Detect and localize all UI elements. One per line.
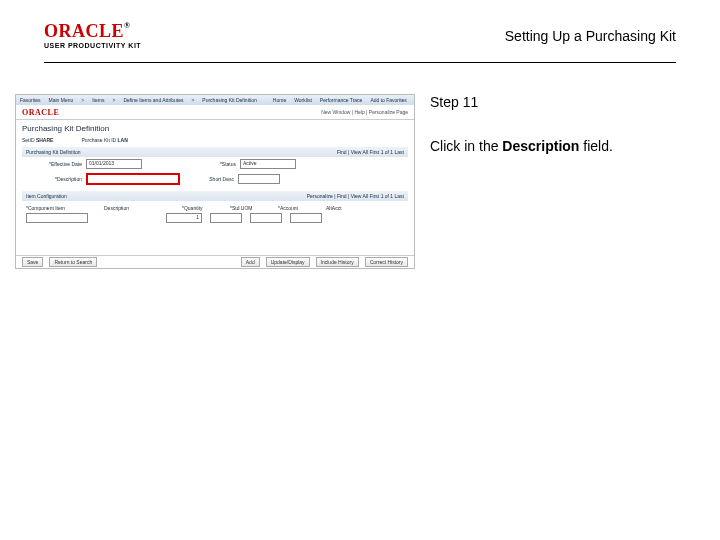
label-kitid: Purchase Kit ID [81, 137, 116, 143]
grid-header-1: Purchasing Kit Definition Find | View Al… [22, 147, 408, 157]
row-description: *Description Short Desc [16, 171, 414, 187]
trademark: ® [124, 21, 130, 30]
input-shortdesc[interactable] [238, 174, 280, 184]
col-acct: *Account [274, 203, 322, 213]
col-desc: Description [100, 203, 178, 213]
grid-header-2: Item Configuration Personalize | Find | … [22, 191, 408, 201]
input-uom[interactable] [210, 213, 242, 223]
logo-brand-text: ORACLE [44, 21, 124, 41]
footer-buttons: Save Return to Search Add Update/Display… [16, 255, 414, 268]
oracle-bar-brand: ORACLE [22, 108, 59, 117]
col-uom: *Std UOM [226, 203, 274, 213]
update-button[interactable]: Update/Display [266, 257, 310, 267]
nav-home[interactable]: Home [273, 97, 286, 103]
page-title: Setting Up a Purchasing Kit [505, 22, 676, 44]
header: ORACLE® USER PRODUCTIVITY KIT Setting Up… [44, 22, 676, 63]
instruction-text: Click in the Description field. [430, 138, 676, 154]
app-screenshot: Favorites Main Menu > Items > Define Ite… [15, 94, 415, 269]
page: ORACLE® USER PRODUCTIVITY KIT Setting Up… [0, 0, 720, 540]
oracle-bar: ORACLE New Window | Help | Personalize P… [16, 105, 414, 120]
instruction-bold: Description [502, 138, 579, 154]
grid-nav-1[interactable]: Find | View All First 1 of 1 Last [337, 149, 404, 155]
logo-brand: ORACLE® [44, 22, 141, 40]
nav-perf[interactable]: Performance Trace [320, 97, 363, 103]
oracle-bar-links[interactable]: New Window | Help | Personalize Page [321, 109, 408, 115]
key-row: SetID SHARE Purchase Kit ID LAN [16, 135, 414, 145]
nav-worklist[interactable]: Worklist [294, 97, 312, 103]
instruction-panel: Step 11 Click in the Description field. [430, 94, 676, 154]
input-acct[interactable] [250, 213, 282, 223]
label-shortdesc: Short Desc [184, 176, 234, 182]
instruction-suffix: field. [579, 138, 612, 154]
table-head: *Component Item Description *Quantity *S… [16, 201, 414, 213]
step-label: Step 11 [430, 94, 676, 110]
value-kitid: LAN [118, 137, 128, 143]
nav-mainmenu[interactable]: Main Menu [49, 97, 74, 103]
nav-addfav[interactable]: Add to Favorites [370, 97, 406, 103]
nav-pkd[interactable]: Purchasing Kit Definition [202, 97, 256, 103]
add-button[interactable]: Add [241, 257, 260, 267]
input-effdate[interactable]: 01/01/2013 [86, 159, 142, 169]
include-history-button[interactable]: Include History [316, 257, 359, 267]
label-description: *Description [22, 176, 82, 182]
input-qty[interactable]: 1 [166, 213, 202, 223]
input-status[interactable]: Active [240, 159, 296, 169]
section-title: Purchasing Kit Definition [16, 120, 414, 135]
label-effdate: *Effective Date [22, 161, 82, 167]
nav-favorites[interactable]: Favorites [20, 97, 41, 103]
return-button[interactable]: Return to Search [49, 257, 97, 267]
logo-subbrand: USER PRODUCTIVITY KIT [44, 42, 141, 49]
table-row: 1 [16, 213, 414, 223]
col-qty: *Quantity [178, 203, 226, 213]
logo: ORACLE® USER PRODUCTIVITY KIT [44, 22, 141, 49]
top-nav: Favorites Main Menu > Items > Define Ite… [16, 95, 414, 105]
input-altacct[interactable] [290, 213, 322, 223]
correct-history-button[interactable]: Correct History [365, 257, 408, 267]
grid-title-2: Item Configuration [26, 193, 67, 199]
col-component: *Component Item [22, 203, 100, 213]
nav-items[interactable]: Items [92, 97, 104, 103]
nav-define[interactable]: Define Items and Attributes [123, 97, 183, 103]
label-setid: SetID [22, 137, 35, 143]
grid-nav-2[interactable]: Personalize | Find | View All First 1 of… [307, 193, 404, 199]
save-button[interactable]: Save [22, 257, 43, 267]
instruction-prefix: Click in the [430, 138, 502, 154]
grid-title-1: Purchasing Kit Definition [26, 149, 80, 155]
input-component[interactable] [26, 213, 88, 223]
row-effdate: *Effective Date 01/01/2013 *Status Activ… [16, 157, 414, 171]
label-status: *Status [146, 161, 236, 167]
col-altacct: AltAcct [322, 203, 370, 213]
value-setid: SHARE [36, 137, 54, 143]
input-description[interactable] [86, 173, 180, 185]
